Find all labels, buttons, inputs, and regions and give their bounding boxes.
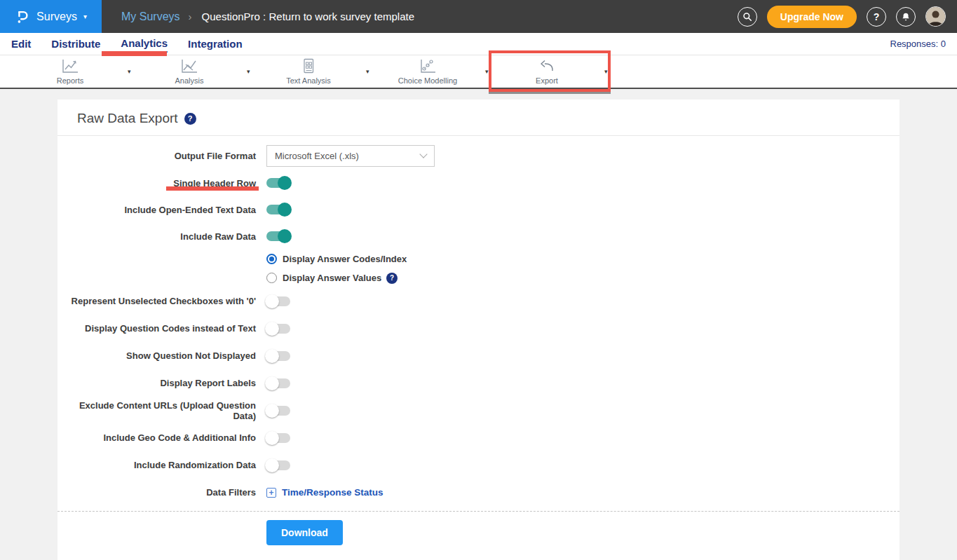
search-button[interactable] (738, 7, 757, 27)
surveys-product-menu[interactable]: Surveys ▾ (0, 0, 102, 33)
raw-data-export-panel: Raw Data Export ? Output File Format Mic… (57, 100, 900, 560)
chevron-down-icon: ▾ (83, 13, 87, 20)
question-not-displayed-label: Show Question Not Displayed (57, 350, 256, 361)
tab-distribute[interactable]: Distribute (51, 36, 100, 52)
upgrade-now-button[interactable]: Upgrade Now (767, 6, 857, 28)
question-not-displayed-toggle[interactable] (266, 351, 290, 361)
display-answer-values-radio[interactable] (266, 273, 277, 283)
analytics-toolbar: Reports ▾ Analysis ▾ (0, 55, 957, 89)
exclude-content-urls-label: Exclude Content URLs (Upload Question Da… (57, 400, 256, 421)
notifications-button[interactable] (896, 7, 916, 27)
open-ended-text-label: Include Open-Ended Text Data (57, 205, 256, 215)
data-filters-row: Data Filters + Time/Response Status (57, 479, 900, 506)
single-header-row-toggle[interactable] (266, 178, 290, 188)
export-button[interactable]: Export (498, 58, 596, 85)
answer-codes-radio-row: Display Answer Codes/Index (57, 250, 900, 268)
report-labels-toggle[interactable] (266, 378, 290, 388)
geo-code-toggle[interactable] (266, 433, 290, 443)
help-button[interactable]: ? (867, 7, 886, 27)
toolbar-group-export: Export ▾ (498, 55, 608, 88)
export-dropdown-caret[interactable]: ▾ (604, 68, 608, 75)
tab-edit[interactable]: Edit (11, 36, 31, 52)
text-analysis-button[interactable]: Text Analysis (259, 58, 358, 85)
include-raw-data-row: Include Raw Data (57, 223, 900, 250)
open-ended-text-toggle[interactable] (266, 205, 290, 214)
output-format-select[interactable]: Microsoft Excel (.xls) (266, 145, 435, 167)
reports-dropdown-caret[interactable]: ▾ (128, 68, 131, 75)
search-icon (742, 12, 752, 22)
user-avatar[interactable] (925, 6, 946, 27)
answer-values-radio-row: Display Answer Values ? (57, 268, 900, 287)
toolbar-item-label: Text Analysis (286, 76, 331, 85)
exclude-content-urls-row: Exclude Content URLs (Upload Question Da… (57, 397, 900, 424)
breadcrumb-my-surveys-link[interactable]: My Surveys (121, 11, 180, 23)
responses-count: Responses: 0 (890, 39, 946, 49)
reports-chart-icon (61, 58, 79, 74)
export-arrow-icon (538, 58, 556, 74)
help-icon: ? (874, 11, 880, 22)
text-analysis-dropdown-caret[interactable]: ▾ (366, 68, 369, 75)
analysis-dropdown-caret[interactable]: ▾ (247, 68, 250, 75)
analysis-button[interactable]: Analysis (140, 58, 238, 85)
answer-values-help-icon[interactable]: ? (386, 273, 398, 284)
include-raw-data-toggle[interactable] (266, 231, 290, 241)
questionpro-logo-icon (15, 9, 30, 25)
choice-modelling-button[interactable]: Choice Modelling (379, 58, 477, 85)
report-labels-row: Display Report Labels (57, 369, 900, 397)
survey-tabs: Edit Distribute Analytics Integration Re… (0, 33, 957, 55)
question-codes-toggle[interactable] (266, 324, 290, 334)
toggle-knob (265, 404, 279, 418)
toolbar-item-label: Choice Modelling (398, 76, 457, 85)
toolbar-group-text-analysis: Text Analysis ▾ (259, 55, 369, 88)
output-format-row: Output File Format Microsoft Excel (.xls… (57, 142, 900, 170)
randomization-data-toggle[interactable] (266, 460, 290, 470)
breadcrumb: My Surveys › QuestionPro : Return to wor… (121, 11, 414, 23)
output-format-label: Output File Format (57, 151, 256, 161)
topbar-actions: Upgrade Now ? (738, 6, 957, 28)
choice-modelling-dropdown-caret[interactable]: ▾ (485, 68, 489, 75)
reports-button[interactable]: Reports (21, 58, 119, 85)
choice-modelling-icon (419, 58, 437, 74)
geo-code-label: Include Geo Code & Additional Info (57, 432, 256, 443)
time-response-status-link[interactable]: + Time/Response Status (266, 487, 384, 498)
geo-code-row: Include Geo Code & Additional Info (57, 424, 900, 451)
panel-title: Raw Data Export (77, 111, 178, 126)
expand-plus-icon: + (266, 488, 276, 498)
toolbar-item-label: Export (536, 76, 558, 85)
display-answer-codes-radio[interactable] (266, 254, 277, 264)
toolbar-item-label: Reports (57, 76, 84, 85)
raw-data-export-help-icon[interactable]: ? (184, 113, 196, 125)
display-answer-values-label: Display Answer Values (283, 273, 381, 283)
toggle-knob (278, 203, 292, 217)
select-chevron-down-icon (419, 150, 427, 158)
toggle-knob (278, 229, 292, 243)
toolbar-group-choice-modelling: Choice Modelling ▾ (379, 55, 489, 88)
analysis-chart-icon (180, 58, 198, 74)
single-header-row-label: Single Header Row (57, 178, 256, 189)
exclude-content-urls-toggle[interactable] (266, 406, 290, 416)
question-codes-row: Display Question Codes instead of Text (57, 315, 900, 342)
toggle-knob (278, 176, 292, 190)
data-filters-label: Data Filters (57, 487, 256, 498)
toggle-knob (265, 431, 279, 445)
panel-header: Raw Data Export ? (57, 100, 900, 136)
product-name: Surveys (36, 11, 77, 23)
toggle-knob (265, 458, 279, 472)
unselected-checkboxes-toggle[interactable] (266, 296, 290, 306)
unselected-checkboxes-row: Represent Unselected Checkboxes with '0' (57, 287, 900, 315)
page: Surveys ▾ My Surveys › QuestionPro : Ret… (0, 0, 957, 560)
toggle-knob (265, 376, 279, 390)
tab-analytics[interactable]: Analytics (121, 35, 168, 53)
download-row: Download (57, 512, 900, 551)
toolbar-group-analysis: Analysis ▾ (140, 55, 250, 88)
download-button[interactable]: Download (266, 520, 343, 545)
question-not-displayed-row: Show Question Not Displayed (57, 342, 900, 369)
display-answer-codes-label: Display Answer Codes/Index (283, 254, 407, 264)
text-analysis-icon (299, 58, 318, 74)
toolbar-group-reports: Reports ▾ (21, 55, 131, 88)
toolbar-item-label: Analysis (175, 76, 204, 85)
tab-integration[interactable]: Integration (188, 36, 243, 52)
toggle-knob (265, 349, 279, 363)
unselected-checkboxes-label: Represent Unselected Checkboxes with '0' (57, 296, 256, 306)
toggle-knob (265, 294, 279, 308)
